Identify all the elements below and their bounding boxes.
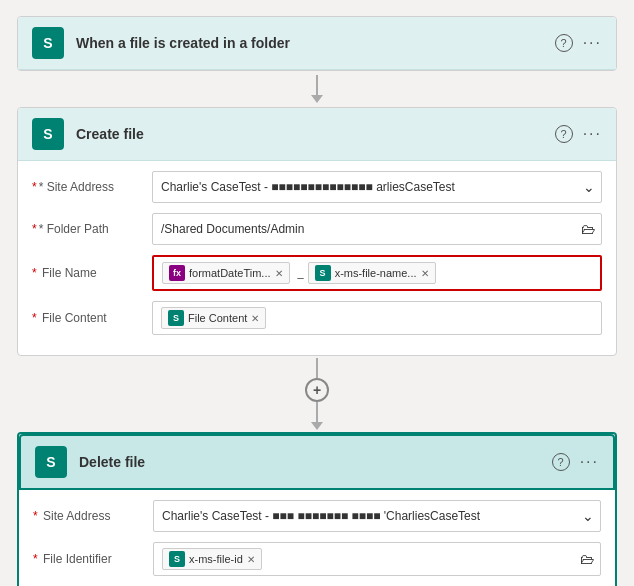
- create-file-header: S Create file ? ···: [18, 108, 616, 161]
- delete-site-address-value[interactable]: Charlie's CaseTest - ■■■ ■■■■■■■ ■■■■ 'C…: [153, 500, 601, 532]
- folder-path-label: ** Folder Path: [32, 222, 152, 236]
- folder-path-row: ** Folder Path /Shared Documents/Admin 🗁: [32, 213, 602, 245]
- connector-plus: +: [305, 358, 329, 430]
- file-id-token-text: x-ms-file-id: [189, 553, 243, 565]
- file-content-row: * File Content S File Content ✕: [32, 301, 602, 335]
- file-name-value[interactable]: fx formatDateTim... ✕ _ S x-ms-file-name…: [152, 255, 602, 291]
- file-content-label: * File Content: [32, 311, 152, 325]
- trigger-more-icon[interactable]: ···: [583, 34, 602, 52]
- trigger-icon: S: [32, 27, 64, 59]
- file-name-separator: _: [298, 267, 304, 279]
- create-file-help-icon[interactable]: ?: [555, 125, 573, 143]
- file-id-token[interactable]: S x-ms-file-id ✕: [162, 548, 262, 570]
- file-identifier-value[interactable]: S x-ms-file-id ✕ 🗁: [153, 542, 601, 576]
- file-name-row: * File Name fx formatDateTim... ✕ _ S x-…: [32, 255, 602, 291]
- format-date-token-text: formatDateTim...: [189, 267, 271, 279]
- folder-path-text: /Shared Documents/Admin: [161, 222, 304, 236]
- site-address-row: ** Site Address Charlie's CaseTest - ■■■…: [32, 171, 602, 203]
- add-step-circle[interactable]: +: [305, 378, 329, 402]
- delete-file-more-icon[interactable]: ···: [580, 453, 599, 471]
- file-identifier-folder-icon[interactable]: 🗁: [580, 551, 594, 567]
- connector-line-2: [316, 358, 318, 378]
- site-address-text: Charlie's CaseTest - ■■■■■■■■■■■■■■ arli…: [161, 180, 455, 194]
- file-name-token-2[interactable]: S x-ms-file-name... ✕: [308, 262, 436, 284]
- file-name-token-2-text: x-ms-file-name...: [335, 267, 417, 279]
- create-file-actions: ? ···: [555, 125, 602, 143]
- file-name-token-1[interactable]: fx formatDateTim... ✕: [162, 262, 290, 284]
- trigger-actions: ? ···: [555, 34, 602, 52]
- create-file-title: Create file: [76, 126, 555, 142]
- format-date-token-close[interactable]: ✕: [275, 268, 283, 279]
- delete-file-body: * Site Address Charlie's CaseTest - ■■■ …: [19, 490, 615, 586]
- create-file-card: S Create file ? ··· ** Site Address Char…: [17, 107, 617, 356]
- create-file-body: ** Site Address Charlie's CaseTest - ■■■…: [18, 161, 616, 355]
- connector-1: [311, 75, 323, 103]
- folder-path-value[interactable]: /Shared Documents/Admin 🗁: [152, 213, 602, 245]
- connector-arrow-1: [311, 95, 323, 103]
- file-name-token-2-close[interactable]: ✕: [421, 268, 429, 279]
- delete-site-address-label: * Site Address: [33, 509, 153, 523]
- trigger-help-icon[interactable]: ?: [555, 34, 573, 52]
- create-file-more-icon[interactable]: ···: [583, 125, 602, 143]
- site-address-dropdown-icon[interactable]: ⌄: [583, 179, 595, 195]
- delete-site-address-dropdown-icon[interactable]: ⌄: [582, 508, 594, 524]
- site-address-label: ** Site Address: [32, 180, 152, 194]
- trigger-title: When a file is created in a folder: [76, 35, 555, 51]
- create-file-icon: S: [32, 118, 64, 150]
- delete-site-address-text: Charlie's CaseTest - ■■■ ■■■■■■■ ■■■■ 'C…: [162, 509, 480, 523]
- delete-file-card: S Delete file ? ··· * Site Address Charl…: [17, 432, 617, 586]
- file-name-token-2-icon: S: [315, 265, 331, 281]
- file-name-label: * File Name: [32, 266, 152, 280]
- connector-arrow-2: [311, 422, 323, 430]
- delete-file-help-icon[interactable]: ?: [552, 453, 570, 471]
- delete-file-title: Delete file: [79, 454, 552, 470]
- folder-path-folder-icon[interactable]: 🗁: [581, 221, 595, 237]
- connector-line-1: [316, 75, 318, 95]
- format-date-token-icon: fx: [169, 265, 185, 281]
- file-id-token-icon: S: [169, 551, 185, 567]
- file-identifier-row: * File Identifier S x-ms-file-id ✕ 🗁: [33, 542, 601, 576]
- connector-line-3: [316, 402, 318, 422]
- trigger-card-header: S When a file is created in a folder ? ·…: [18, 17, 616, 70]
- delete-file-icon: S: [35, 446, 67, 478]
- file-identifier-label: * File Identifier: [33, 552, 153, 566]
- file-content-token[interactable]: S File Content ✕: [161, 307, 266, 329]
- site-address-value[interactable]: Charlie's CaseTest - ■■■■■■■■■■■■■■ arli…: [152, 171, 602, 203]
- file-id-token-close[interactable]: ✕: [247, 554, 255, 565]
- file-content-token-text: File Content: [188, 312, 247, 324]
- flow-container: S When a file is created in a folder ? ·…: [17, 16, 617, 586]
- file-content-token-icon: S: [168, 310, 184, 326]
- delete-site-address-row: * Site Address Charlie's CaseTest - ■■■ …: [33, 500, 601, 532]
- trigger-card: S When a file is created in a folder ? ·…: [17, 16, 617, 71]
- delete-file-header: S Delete file ? ···: [19, 434, 615, 490]
- delete-file-actions: ? ···: [552, 453, 599, 471]
- file-content-value[interactable]: S File Content ✕: [152, 301, 602, 335]
- file-content-token-close[interactable]: ✕: [251, 313, 259, 324]
